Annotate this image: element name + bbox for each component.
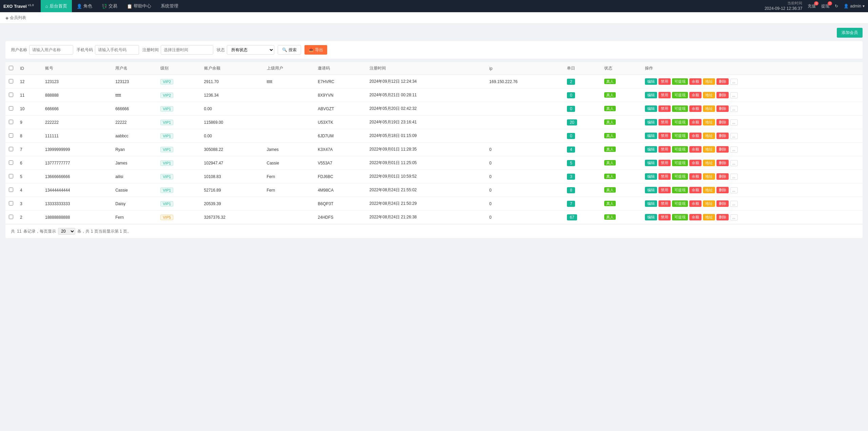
row-checkbox-cell[interactable] <box>5 89 17 102</box>
row-checkbox-cell[interactable] <box>5 211 17 224</box>
rebate-button[interactable]: 余额 <box>689 160 702 166</box>
edit-button[interactable]: 编辑 <box>645 173 657 180</box>
permit-button[interactable]: 可提现 <box>672 214 688 220</box>
delete-button[interactable]: 删除 <box>716 173 729 180</box>
nav-home[interactable]: ⌂ 后台首页 <box>41 0 72 12</box>
row-checkbox-cell[interactable] <box>5 75 17 89</box>
delete-button[interactable]: 删除 <box>716 105 729 112</box>
permit-button[interactable]: 可提现 <box>672 160 688 166</box>
more-button[interactable]: ... <box>730 187 738 193</box>
more-button[interactable]: ... <box>730 92 738 98</box>
permit-button[interactable]: 可提现 <box>672 92 688 98</box>
rebate-button[interactable]: 余额 <box>689 92 702 98</box>
regtime-input[interactable] <box>161 45 213 55</box>
ban-button[interactable]: 禁用 <box>658 173 671 180</box>
permit-button[interactable]: 可提现 <box>672 133 688 139</box>
permit-button[interactable]: 可提现 <box>672 146 688 153</box>
phone-input[interactable] <box>95 45 139 55</box>
delete-button[interactable]: 删除 <box>716 187 729 193</box>
rebate-button[interactable]: 余额 <box>689 146 702 153</box>
rebate-button[interactable]: 余额 <box>689 105 702 112</box>
reset-button[interactable]: 地址 <box>703 146 715 153</box>
row-checkbox[interactable] <box>9 147 13 151</box>
edit-button[interactable]: 编辑 <box>645 133 657 139</box>
row-checkbox-cell[interactable] <box>5 143 17 156</box>
rebate-button[interactable]: 余额 <box>689 214 702 220</box>
row-checkbox-cell[interactable] <box>5 183 17 197</box>
reset-button[interactable]: 地址 <box>703 78 715 85</box>
add-member-button[interactable]: 添加会员 <box>837 28 863 38</box>
withdraw-action[interactable]: 提现 7 <box>821 3 829 9</box>
select-all-header[interactable] <box>5 62 17 75</box>
row-checkbox[interactable] <box>9 188 13 192</box>
row-checkbox-cell[interactable] <box>5 156 17 170</box>
row-checkbox[interactable] <box>9 133 13 138</box>
edit-button[interactable]: 编辑 <box>645 146 657 153</box>
rebate-button[interactable]: 余额 <box>689 173 702 180</box>
reset-button[interactable]: 地址 <box>703 160 715 166</box>
ban-button[interactable]: 禁用 <box>658 160 671 166</box>
row-checkbox[interactable] <box>9 93 13 97</box>
delete-button[interactable]: 删除 <box>716 146 729 153</box>
ban-button[interactable]: 禁用 <box>658 146 671 153</box>
more-button[interactable]: ... <box>730 201 738 207</box>
row-checkbox[interactable] <box>9 120 13 124</box>
rebate-button[interactable]: 余额 <box>689 187 702 193</box>
search-button[interactable]: 🔍 搜索 <box>278 45 301 55</box>
permit-button[interactable]: 可提现 <box>672 78 688 85</box>
select-all-checkbox[interactable] <box>9 66 13 70</box>
edit-button[interactable]: 编辑 <box>645 119 657 125</box>
row-checkbox-cell[interactable] <box>5 102 17 116</box>
nav-system[interactable]: 系统管理 <box>156 0 183 12</box>
reset-button[interactable]: 地址 <box>703 92 715 98</box>
reset-button[interactable]: 地址 <box>703 105 715 112</box>
reset-button[interactable]: 地址 <box>703 133 715 139</box>
ban-button[interactable]: 禁用 <box>658 133 671 139</box>
more-button[interactable]: ... <box>730 160 738 166</box>
edit-button[interactable]: 编辑 <box>645 105 657 112</box>
delete-button[interactable]: 删除 <box>716 133 729 139</box>
page-size-select[interactable]: 20 50 100 <box>58 228 75 235</box>
permit-button[interactable]: 可提现 <box>672 200 688 207</box>
delete-button[interactable]: 删除 <box>716 92 729 98</box>
rebate-button[interactable]: 余额 <box>689 200 702 207</box>
delete-button[interactable]: 删除 <box>716 119 729 125</box>
more-button[interactable]: ... <box>730 133 738 139</box>
more-button[interactable]: ... <box>730 79 738 85</box>
nav-help[interactable]: 📋 帮助中心 <box>122 0 156 12</box>
username-input[interactable] <box>29 45 73 55</box>
row-checkbox-cell[interactable] <box>5 197 17 211</box>
recharge-action[interactable]: 充值 0 <box>808 3 816 9</box>
row-checkbox-cell[interactable] <box>5 170 17 183</box>
more-button[interactable]: ... <box>730 106 738 112</box>
row-checkbox-cell[interactable] <box>5 129 17 143</box>
permit-button[interactable]: 可提现 <box>672 105 688 112</box>
more-button[interactable]: ... <box>730 214 738 220</box>
more-button[interactable]: ... <box>730 174 738 180</box>
edit-button[interactable]: 编辑 <box>645 92 657 98</box>
edit-button[interactable]: 编辑 <box>645 78 657 85</box>
row-checkbox-cell[interactable] <box>5 116 17 129</box>
row-checkbox[interactable] <box>9 174 13 178</box>
ban-button[interactable]: 禁用 <box>658 200 671 207</box>
row-checkbox[interactable] <box>9 79 13 83</box>
ban-button[interactable]: 禁用 <box>658 214 671 220</box>
edit-button[interactable]: 编辑 <box>645 200 657 207</box>
reset-button[interactable]: 地址 <box>703 214 715 220</box>
permit-button[interactable]: 可提现 <box>672 187 688 193</box>
refresh-icon[interactable]: ↻ <box>835 4 838 8</box>
export-button[interactable]: 📤 导出 <box>304 45 327 55</box>
row-checkbox[interactable] <box>9 201 13 205</box>
edit-button[interactable]: 编辑 <box>645 187 657 193</box>
edit-button[interactable]: 编辑 <box>645 160 657 166</box>
delete-button[interactable]: 删除 <box>716 214 729 220</box>
admin-menu[interactable]: 👤 admin ▾ <box>844 4 865 8</box>
delete-button[interactable]: 删除 <box>716 200 729 207</box>
more-button[interactable]: ... <box>730 146 738 153</box>
ban-button[interactable]: 禁用 <box>658 92 671 98</box>
ban-button[interactable]: 禁用 <box>658 119 671 125</box>
nav-role[interactable]: 👤 角色 <box>72 0 97 12</box>
delete-button[interactable]: 删除 <box>716 160 729 166</box>
rebate-button[interactable]: 余额 <box>689 119 702 125</box>
nav-transaction[interactable]: 💱 交易 <box>97 0 122 12</box>
